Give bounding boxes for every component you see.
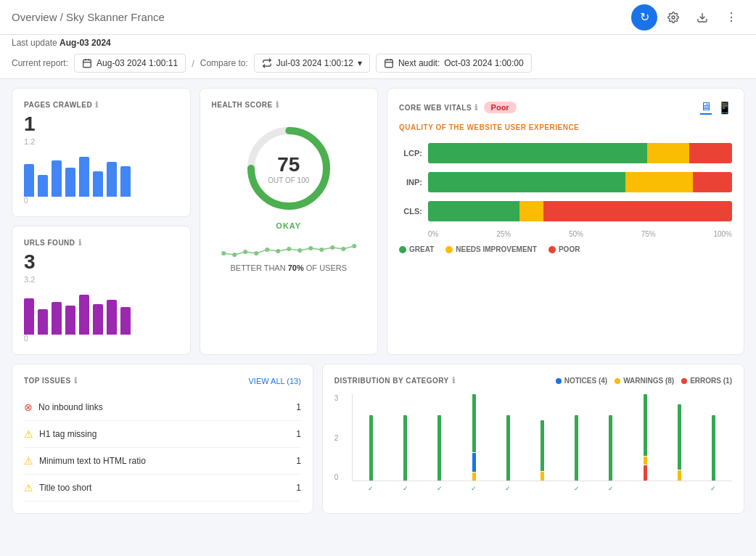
great-dot bbox=[399, 246, 406, 253]
lcp-row: LCP: bbox=[399, 143, 732, 163]
bar bbox=[93, 304, 103, 335]
check-mark: ✓ bbox=[710, 485, 716, 492]
bar bbox=[120, 307, 131, 335]
issue-text: No inbound links bbox=[38, 402, 290, 412]
cwv-title: CORE WEB VITALS ℹ bbox=[399, 103, 478, 113]
poor-dot bbox=[548, 246, 556, 253]
top-issues-card: TOP ISSUES ℹ VIEW ALL (13) ⊗ No inbound … bbox=[12, 364, 313, 514]
dist-info-icon[interactable]: ℹ bbox=[452, 376, 456, 385]
issue-text: H1 tag missing bbox=[39, 429, 290, 439]
issue-row: ⚠ Minimum text to HTML ratio 1 bbox=[24, 448, 301, 475]
compare-label: Compare to: bbox=[200, 58, 248, 68]
svg-point-22 bbox=[319, 248, 324, 252]
urls-found-info-icon[interactable]: ℹ bbox=[78, 238, 82, 248]
settings-button[interactable] bbox=[660, 4, 686, 30]
pages-crawled-chart bbox=[24, 153, 178, 197]
svg-point-19 bbox=[287, 247, 291, 251]
errors-legend: ERRORS (1) bbox=[681, 377, 732, 385]
cls-green bbox=[428, 201, 519, 221]
dist-legend: NOTICES (4) WARNINGS (8) ERRORS (1) bbox=[556, 377, 732, 385]
bar bbox=[65, 306, 75, 335]
teal-bar bbox=[644, 394, 647, 456]
cwv-info-icon[interactable]: ℹ bbox=[474, 103, 478, 113]
bar bbox=[24, 298, 34, 335]
health-score-card: HEALTH SCORE ℹ 75 OUT OF 100 OKAY bbox=[200, 88, 379, 355]
health-score-info-icon[interactable]: ℹ bbox=[276, 100, 279, 110]
issue-text: Minimum text to HTML ratio bbox=[39, 456, 290, 466]
dist-col bbox=[664, 394, 695, 481]
svg-point-20 bbox=[297, 248, 302, 253]
yellow-bar bbox=[472, 473, 476, 481]
current-report-label: Current report: bbox=[12, 58, 68, 68]
gauge-score: 75 bbox=[268, 153, 309, 176]
check-mark: ✓ bbox=[574, 485, 580, 492]
inp-bar bbox=[428, 172, 732, 192]
dist-col: ✓ bbox=[424, 394, 455, 481]
top-grid: PAGES CRAWLED ℹ 1 1.2 0 bbox=[12, 88, 744, 355]
gauge-wrap: 75 OUT OF 100 bbox=[242, 121, 336, 216]
inp-green bbox=[428, 172, 625, 192]
bar bbox=[38, 309, 48, 335]
pages-crawled-info-icon[interactable]: ℹ bbox=[95, 100, 99, 110]
svg-point-23 bbox=[330, 245, 334, 250]
inp-red bbox=[693, 172, 732, 192]
teal-bar bbox=[575, 415, 578, 481]
needs-improvement-dot bbox=[445, 246, 453, 253]
dist-chart: 3 2 0 ✓ ✓ bbox=[334, 394, 732, 496]
refresh-button[interactable]: ↻ bbox=[631, 4, 657, 30]
svg-point-12 bbox=[323, 165, 330, 172]
lcp-label: LCP: bbox=[399, 149, 422, 158]
yellow-bar bbox=[541, 472, 544, 481]
urls-found-card: URLS FOUND ℹ 3 3.2 0 bbox=[12, 226, 191, 355]
blue-bar bbox=[472, 453, 476, 473]
gauge-status: OKAY bbox=[276, 221, 301, 230]
mobile-icon[interactable]: 📱 bbox=[718, 101, 732, 115]
yellow-bar bbox=[678, 470, 681, 481]
pages-crawled-card: PAGES CRAWLED ℹ 1 1.2 0 bbox=[12, 88, 191, 217]
compare-date-button[interactable]: Jul-03 2024 1:00:12 ▾ bbox=[254, 54, 370, 73]
bar bbox=[52, 160, 62, 197]
cwv-legend: GREAT NEEDS IMPROVEMENT POOR bbox=[399, 245, 732, 253]
teal-bar bbox=[609, 415, 612, 481]
report-separator: / bbox=[192, 58, 194, 69]
cls-red bbox=[543, 201, 732, 221]
cwv-bars: LCP: INP: CLS: bbox=[399, 143, 732, 221]
svg-point-17 bbox=[265, 248, 269, 252]
inp-row: INP: bbox=[399, 172, 732, 192]
issues-header: TOP ISSUES ℹ VIEW ALL (13) bbox=[24, 376, 301, 385]
bar bbox=[120, 166, 131, 197]
dist-col: ✓ bbox=[356, 394, 387, 481]
breadcrumb-separator: / bbox=[60, 11, 66, 23]
check-mark: ✓ bbox=[608, 485, 614, 492]
warning-icon: ⚠ bbox=[24, 482, 33, 494]
teal-bar bbox=[506, 415, 510, 481]
check-mark: ✓ bbox=[437, 485, 443, 492]
better-than: BETTER THAN 70% OF USERS bbox=[230, 263, 347, 272]
dist-col: ✓ bbox=[595, 394, 626, 481]
warnings-legend: WARNINGS (8) bbox=[615, 377, 674, 385]
next-audit-button[interactable]: Next audit: Oct-03 2024 1:00:00 bbox=[376, 54, 532, 73]
issues-info-icon[interactable]: ℹ bbox=[74, 376, 78, 385]
svg-point-24 bbox=[341, 247, 345, 251]
last-update: Last update Aug-03 2024 bbox=[12, 38, 744, 48]
gauge-out-of: OUT OF 100 bbox=[268, 176, 309, 184]
gauge-center: 75 OUT OF 100 bbox=[268, 153, 309, 184]
page-title: Overview / Sky Skanner France bbox=[12, 11, 631, 23]
issue-row: ⚠ Title too short 1 bbox=[24, 475, 301, 502]
svg-point-13 bbox=[221, 251, 226, 255]
more-button[interactable]: ⋮ bbox=[718, 4, 744, 30]
dist-col: ✓ bbox=[561, 394, 592, 481]
issue-count: 1 bbox=[296, 483, 301, 493]
svg-point-0 bbox=[672, 16, 675, 19]
legend-poor: POOR bbox=[548, 245, 580, 253]
desktop-icon[interactable]: 🖥 bbox=[700, 100, 712, 115]
red-bar bbox=[644, 465, 647, 481]
inp-label: INP: bbox=[399, 178, 422, 187]
export-button[interactable] bbox=[689, 4, 715, 30]
teal-bar bbox=[437, 415, 441, 481]
health-score-title: HEALTH SCORE ℹ bbox=[212, 100, 366, 110]
bar bbox=[79, 295, 89, 335]
view-all-link[interactable]: VIEW ALL (13) bbox=[248, 377, 300, 385]
svg-point-21 bbox=[308, 246, 313, 250]
current-date-button[interactable]: Aug-03 2024 1:00:11 bbox=[74, 54, 186, 73]
